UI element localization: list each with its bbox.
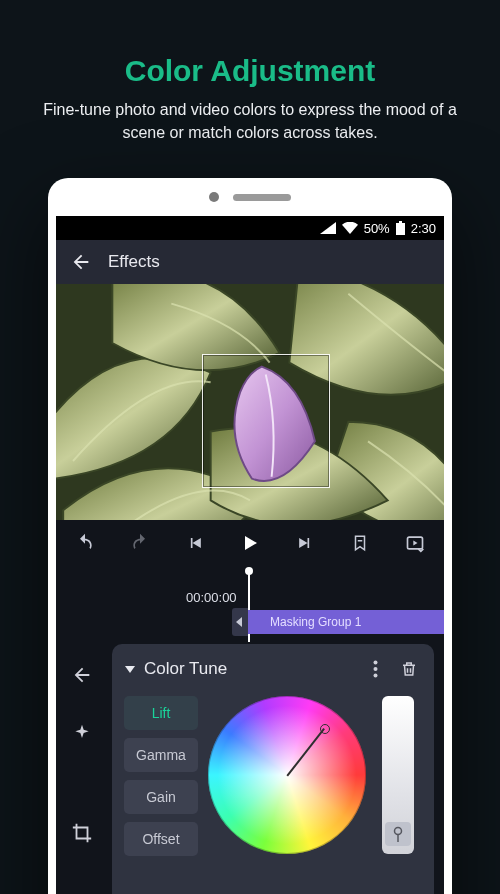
undo-button[interactable] [68,526,102,560]
marker-button[interactable] [343,526,377,560]
back-arrow-icon[interactable] [70,251,92,273]
more-menu-button[interactable] [362,656,388,682]
tool-sidebar [56,644,108,894]
timeline[interactable]: 00:00:00 Masking Group 1 [56,566,444,644]
timeline-clip[interactable]: Masking Group 1 [248,610,444,634]
hero-subtitle: Fine-tune photo and video colors to expr… [0,88,500,144]
screen: 50% 2:30 Effects [56,216,444,894]
clock: 2:30 [411,221,436,236]
collapse-triangle-icon[interactable] [124,663,136,675]
color-wheel[interactable] [208,696,366,854]
svg-point-7 [373,674,377,678]
header-title: Effects [108,252,160,272]
param-gain[interactable]: Gain [124,780,198,814]
phone-frame: 50% 2:30 Effects [48,178,452,894]
app-header: Effects [56,240,444,284]
card-header: Color Tune [124,656,422,682]
play-button[interactable] [233,526,267,560]
android-statusbar: 50% 2:30 [56,216,444,240]
crop-selection-box[interactable] [202,354,330,488]
color-tune-card: Color Tune Lift Gamma Gain Offset [112,644,434,894]
color-tune-panel: Color Tune Lift Gamma Gain Offset [56,644,444,894]
battery-icon [396,221,405,235]
phone-camera-dot [209,192,219,202]
param-gamma[interactable]: Gamma [124,738,198,772]
svg-point-8 [395,828,402,835]
skip-end-button[interactable] [288,526,322,560]
redo-button[interactable] [123,526,157,560]
wifi-icon [342,222,358,234]
delete-button[interactable] [396,656,422,682]
svg-point-5 [373,661,377,665]
video-preview[interactable] [56,284,444,520]
svg-point-6 [373,667,377,671]
sparkle-tool-icon[interactable] [67,718,97,748]
clip-trim-handle[interactable] [232,608,248,636]
signal-icon [320,222,336,234]
hero-title: Color Adjustment [0,0,500,88]
luminance-slider[interactable] [382,696,414,854]
luminance-handle[interactable] [385,822,411,846]
param-offset[interactable]: Offset [124,822,198,856]
timecode: 00:00:00 [186,590,237,605]
panel-title: Color Tune [144,659,227,679]
svg-rect-0 [396,223,405,235]
crop-tool-icon[interactable] [67,818,97,848]
phone-top-hardware [48,178,452,216]
color-wheel-handle[interactable] [320,724,330,734]
svg-rect-1 [399,221,402,223]
param-tabs: Lift Gamma Gain Offset [124,696,198,856]
battery-pct: 50% [364,221,390,236]
panel-back-button[interactable] [67,660,97,690]
transport-bar [56,520,444,566]
loop-button[interactable] [398,526,432,560]
param-lift[interactable]: Lift [124,696,198,730]
phone-speaker [233,194,291,201]
skip-start-button[interactable] [178,526,212,560]
